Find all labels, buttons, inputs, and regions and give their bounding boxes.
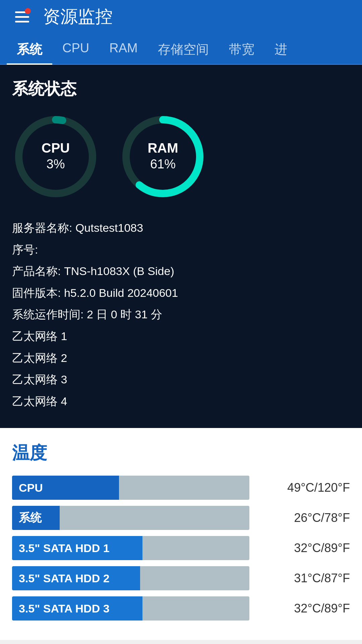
temp-bar-label-hdd3: 3.5" SATA HDD 3 <box>19 602 110 615</box>
svg-text:3%: 3% <box>47 157 65 171</box>
app-header: 资源监控 <box>0 0 362 34</box>
temp-value-hdd3: 32°C/89°F <box>256 601 350 615</box>
info-server-name: 服务器名称: Qutstest1083 <box>12 217 350 239</box>
app-title: 资源监控 <box>43 5 113 29</box>
svg-text:RAM: RAM <box>147 141 178 155</box>
temp-bar-wrap-cpu: CPU <box>12 476 249 500</box>
temp-bar-wrap-system: 系统 <box>12 506 249 530</box>
temp-bar-label-cpu: CPU <box>19 481 43 494</box>
cpu-gauge: CPU 3% <box>12 113 99 200</box>
tab-system[interactable]: 系统 <box>7 34 52 64</box>
info-serial: 序号: <box>12 239 350 261</box>
temp-bar-wrap-hdd1: 3.5" SATA HDD 1 <box>12 536 249 560</box>
tab-more[interactable]: 进 <box>264 34 297 64</box>
system-status-title: 系统状态 <box>12 78 350 100</box>
info-uptime: 系统运作时间: 2 日 0 时 31 分 <box>12 304 350 325</box>
info-eth1: 乙太网络 1 <box>12 325 350 347</box>
temp-row-hdd3: 3.5" SATA HDD 3 32°C/89°F <box>12 596 350 621</box>
temp-value-hdd2: 31°C/87°F <box>256 571 350 585</box>
info-firmware: 固件版本: h5.2.0 Build 20240601 <box>12 282 350 304</box>
tab-ram[interactable]: RAM <box>99 34 147 64</box>
info-eth4: 乙太网络 4 <box>12 390 350 412</box>
tab-cpu[interactable]: CPU <box>52 34 99 64</box>
temp-row-cpu: CPU 49°C/120°F <box>12 476 350 500</box>
temp-bar-wrap-hdd2: 3.5" SATA HDD 2 <box>12 566 249 590</box>
tab-storage[interactable]: 存储空间 <box>148 34 219 64</box>
menu-button[interactable] <box>12 7 32 27</box>
temp-bar-label-system: 系统 <box>19 510 42 526</box>
ram-gauge: RAM 61% <box>119 113 206 200</box>
system-info: 服务器名称: Qutstest1083 序号: 产品名称: TNS-h1083X… <box>12 217 350 412</box>
gauges-row: CPU 3% RAM 61% <box>12 113 350 200</box>
tab-bar: 系统 CPU RAM 存储空间 带宽 进 <box>0 34 362 65</box>
temp-bar-fill-hdd2: 3.5" SATA HDD 2 <box>12 566 140 590</box>
svg-point-0 <box>19 120 93 194</box>
temp-bar-wrap-hdd3: 3.5" SATA HDD 3 <box>12 596 249 621</box>
ram-gauge-svg: RAM 61% <box>119 113 206 200</box>
temp-row-system: 系统 26°C/78°F <box>12 506 350 530</box>
temp-bar-label-hdd1: 3.5" SATA HDD 1 <box>19 542 110 555</box>
notification-dot <box>25 8 31 14</box>
temp-value-cpu: 49°C/120°F <box>256 481 350 495</box>
tab-bandwidth[interactable]: 带宽 <box>219 34 264 64</box>
temperature-section: 温度 CPU 49°C/120°F 系统 26°C/78°F 3.5" SATA… <box>0 428 362 640</box>
info-eth3: 乙太网络 3 <box>12 369 350 390</box>
temp-bar-fill-hdd1: 3.5" SATA HDD 1 <box>12 536 142 560</box>
info-eth2: 乙太网络 2 <box>12 347 350 369</box>
temp-value-system: 26°C/78°F <box>256 511 350 525</box>
info-product-name: 产品名称: TNS-h1083X (B Side) <box>12 260 350 282</box>
temp-row-hdd2: 3.5" SATA HDD 2 31°C/87°F <box>12 566 350 590</box>
temp-bar-fill-cpu: CPU <box>12 476 119 500</box>
temp-value-hdd1: 32°C/89°F <box>256 541 350 555</box>
svg-text:61%: 61% <box>150 157 176 171</box>
temp-row-hdd1: 3.5" SATA HDD 1 32°C/89°F <box>12 536 350 560</box>
temp-bar-fill-system: 系统 <box>12 506 60 530</box>
temp-bar-fill-hdd3: 3.5" SATA HDD 3 <box>12 596 142 621</box>
cpu-gauge-svg: CPU 3% <box>12 113 99 200</box>
svg-text:CPU: CPU <box>42 141 70 155</box>
temp-bar-label-hdd2: 3.5" SATA HDD 2 <box>19 572 110 585</box>
temperature-title: 温度 <box>12 441 350 465</box>
system-status-section: 系统状态 CPU 3% RAM 61% <box>0 65 362 428</box>
